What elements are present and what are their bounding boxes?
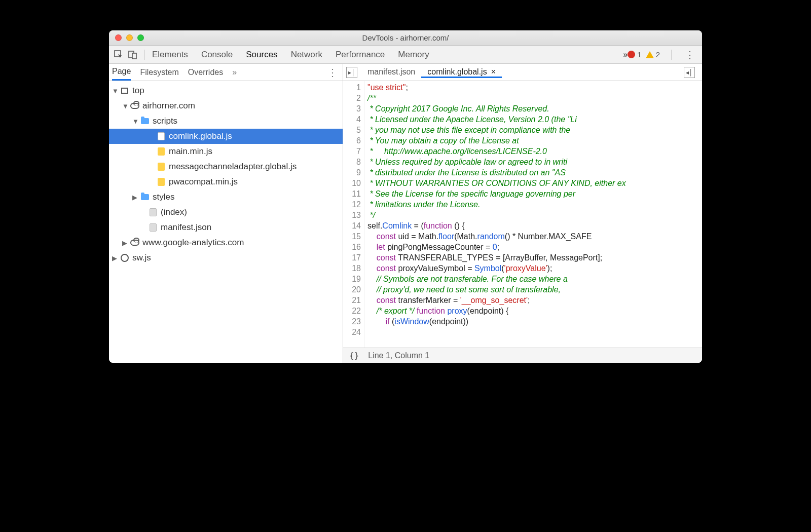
panel-tab-network[interactable]: Network — [291, 50, 322, 60]
tree-top[interactable]: ▼top — [109, 83, 343, 98]
js-file-icon — [157, 162, 166, 171]
panel-tab-console[interactable]: Console — [201, 50, 233, 60]
svg-rect-2 — [132, 53, 136, 59]
pretty-print-icon[interactable]: {} — [349, 351, 359, 360]
file-tree[interactable]: ▼top ▼airhorner.com ▼scripts comlink.glo… — [109, 81, 343, 363]
settings-menu-icon[interactable]: ⋮ — [683, 49, 697, 61]
navigator-menu-icon[interactable]: ⋮ — [325, 66, 340, 79]
titlebar[interactable]: DevTools - airhorner.com/ — [109, 30, 702, 46]
cursor-position: Line 1, Column 1 — [368, 351, 429, 360]
panel-tab-sources[interactable]: Sources — [246, 50, 277, 60]
navigator-tab-page[interactable]: Page — [112, 64, 131, 81]
navigator-pane: PageFilesystemOverrides » ⋮ ▼top ▼airhor… — [109, 64, 343, 363]
status-bar: {} Line 1, Column 1 — [343, 348, 702, 363]
toggle-debugger-icon[interactable]: ◂│ — [684, 67, 695, 78]
warning-icon — [646, 51, 654, 58]
tree-file[interactable]: pwacompat.min.js — [109, 174, 343, 189]
gear-icon — [120, 253, 129, 262]
panel-tab-elements[interactable]: Elements — [152, 50, 188, 60]
editor-tab[interactable]: comlink.global.js × — [421, 67, 502, 78]
navigator-tab-overrides[interactable]: Overrides — [188, 64, 223, 81]
line-gutter[interactable]: 123456789101112131415161718192021222324 — [343, 81, 364, 348]
cloud-icon — [130, 238, 139, 247]
navigator-overflow-icon[interactable]: » — [232, 68, 237, 77]
tree-file-index[interactable]: (index) — [109, 205, 343, 220]
panel-tab-performance[interactable]: Performance — [336, 50, 385, 60]
main-toolbar: ElementsConsoleSourcesNetworkPerformance… — [109, 46, 702, 64]
code-area[interactable]: "use strict";/** * Copyright 2017 Google… — [364, 81, 702, 348]
editor-tabs: ▸│ manifest.jsoncomlink.global.js × ◂│ — [343, 64, 702, 81]
tree-file[interactable]: comlink.global.js — [109, 129, 343, 144]
error-count[interactable]: 1 — [628, 50, 641, 59]
panel-tabs: ElementsConsoleSourcesNetworkPerformance… — [152, 50, 623, 60]
tree-domain[interactable]: ▼airhorner.com — [109, 98, 343, 113]
tree-sw[interactable]: ▶sw.js — [109, 250, 343, 265]
folder-icon — [140, 193, 150, 202]
devtools-window: DevTools - airhorner.com/ ElementsConsol… — [109, 30, 702, 363]
close-tab-icon[interactable]: × — [491, 67, 496, 77]
device-toolbar-icon[interactable] — [128, 50, 137, 59]
tree-folder-scripts[interactable]: ▼scripts — [109, 113, 343, 129]
file-icon — [149, 223, 158, 232]
tree-file-manifest[interactable]: manifest.json — [109, 220, 343, 235]
navigator-tabs: PageFilesystemOverrides » ⋮ — [109, 64, 343, 81]
cloud-icon — [130, 101, 139, 110]
folder-icon — [140, 117, 150, 126]
window-title: DevTools - airhorner.com/ — [109, 33, 702, 42]
frame-icon — [120, 86, 129, 95]
tree-file[interactable]: messagechanneladapter.global.js — [109, 159, 343, 174]
file-icon — [149, 208, 158, 217]
toggle-navigator-icon[interactable]: ▸│ — [346, 67, 357, 78]
warning-count[interactable]: 2 — [646, 50, 660, 59]
js-file-icon — [157, 177, 166, 186]
tree-file[interactable]: main.min.js — [109, 144, 343, 159]
inspect-element-icon[interactable] — [114, 50, 123, 59]
js-file-icon — [157, 147, 166, 156]
editor-pane: ▸│ manifest.jsoncomlink.global.js × ◂│ 1… — [343, 64, 702, 363]
tree-folder-styles[interactable]: ▶styles — [109, 189, 343, 205]
js-file-icon — [157, 132, 166, 141]
panel-overflow-icon[interactable]: » — [623, 50, 628, 59]
panel-tab-memory[interactable]: Memory — [398, 50, 429, 60]
editor-tab[interactable]: manifest.json — [361, 67, 421, 77]
error-icon — [628, 51, 635, 58]
code-editor[interactable]: 123456789101112131415161718192021222324 … — [343, 81, 702, 348]
tree-domain-ga[interactable]: ▶www.google-analytics.com — [109, 235, 343, 250]
navigator-tab-filesystem[interactable]: Filesystem — [140, 64, 178, 81]
